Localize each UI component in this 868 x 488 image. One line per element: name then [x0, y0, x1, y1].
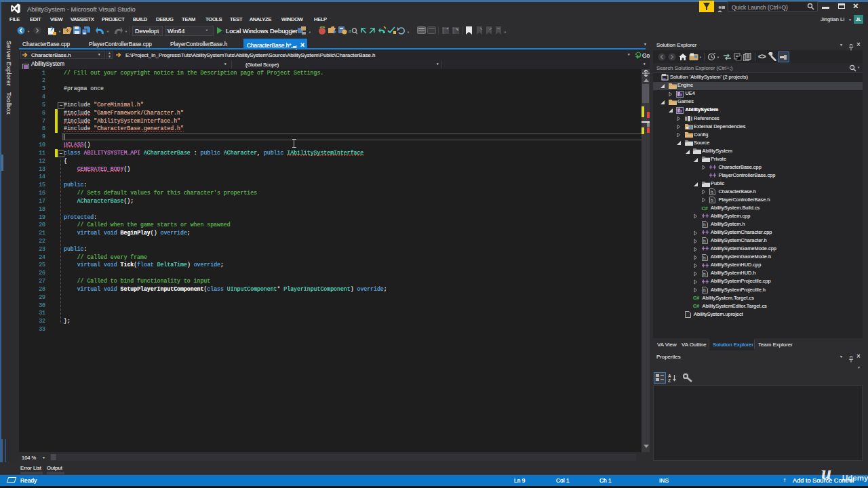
svg-text:h: h [703, 272, 706, 277]
svg-text:h: h [703, 256, 706, 260]
svg-text:h: h [711, 198, 713, 203]
svg-text:a: a [349, 27, 351, 34]
svg-text:A: A [668, 373, 671, 378]
svg-text:h: h [703, 222, 706, 227]
svg-text:h: h [703, 288, 706, 293]
svg-text:h: h [711, 190, 713, 195]
svg-text:Z: Z [668, 378, 671, 382]
svg-text:ig: ig [663, 77, 665, 81]
svg-text:h: h [703, 239, 706, 243]
